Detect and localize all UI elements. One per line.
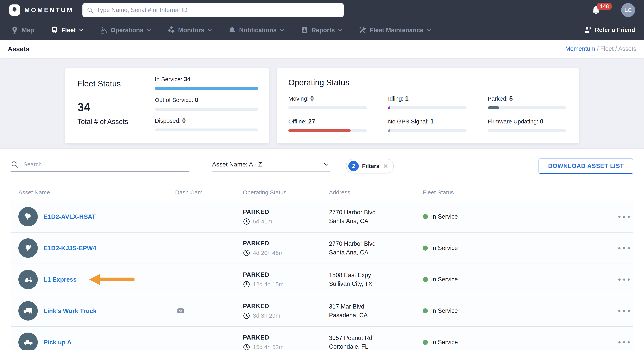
address-line2: Santa Ana, CA (329, 248, 423, 257)
stat-offline: Offline: 27 (288, 118, 367, 132)
operating-status-duration: 15d 4h 52m (243, 343, 329, 350)
status-dot (423, 340, 428, 345)
column-header-address: Address (329, 189, 423, 196)
vehicle-avatar (18, 207, 38, 226)
stat-progress-bar (155, 128, 258, 131)
address-cell: 3957 Peanut RdCottondale, FL (329, 333, 423, 350)
stat-disposed: Disposed: 0 (155, 117, 258, 131)
download-asset-list-button[interactable]: DOWNLOAD ASSET LIST (538, 158, 633, 174)
filters-clear-icon[interactable]: ✕ (383, 163, 388, 169)
nav-item-fleet-maintenance[interactable]: Fleet Maintenance (358, 26, 431, 34)
fleet-status-value: In Service (431, 245, 458, 252)
operating-status-cell: PARKED15d 4h 52m (243, 334, 329, 350)
sort-dropdown[interactable]: Asset Name: A - Z (212, 161, 330, 171)
nav-item-fleet[interactable]: Fleet (50, 26, 84, 34)
global-search[interactable] (82, 3, 344, 17)
stat-label: Parked: 5 (488, 95, 566, 102)
asset-name-link[interactable]: L1 Express (44, 276, 77, 283)
duration-text: 12d 4h 15m (253, 281, 284, 288)
address-line1: 2770 Harbor Blvd (329, 208, 423, 217)
asset-name-link[interactable]: E1D2-KJJS-EPW4 (44, 245, 96, 252)
nav-item-notifications[interactable]: Notifications (228, 26, 284, 34)
nav-item-map[interactable]: Map (11, 26, 34, 34)
search-icon (11, 160, 18, 168)
asset-search[interactable] (11, 160, 189, 172)
stat-label: Moving: 0 (288, 95, 367, 102)
refer-friend-icon: $ (584, 26, 592, 34)
brand-wordmark: MOMENTUM (24, 7, 74, 14)
stat-no-gps-signal: No GPS Signal: 1 (388, 118, 466, 132)
global-search-input[interactable] (97, 7, 340, 14)
asset-name-link[interactable]: Pick up A (44, 339, 72, 346)
chevron-down-icon (324, 163, 328, 166)
duration-text: 5d 41m (253, 218, 272, 225)
nav-item-label: Map (22, 27, 34, 34)
fleet-status-value: In Service (431, 213, 458, 220)
vehicle-avatar-cell (18, 238, 44, 258)
momentum-logo[interactable] (9, 5, 20, 16)
operating-status-card: Operating Status Moving: 0Idling: 1Parke… (277, 68, 579, 143)
user-avatar[interactable]: LC (621, 3, 635, 17)
reports-chart-icon (300, 26, 308, 34)
nav-item-label: Reports (311, 27, 335, 34)
monitors-diamonds-icon (167, 26, 175, 34)
fleet-status-value: In Service (431, 276, 458, 283)
column-header-dash-cam: Dash Cam (175, 189, 243, 196)
row-actions-menu[interactable] (618, 308, 630, 314)
asset-name-cell: E1D2-KJJS-EPW4 (44, 245, 175, 252)
notification-bell-button[interactable]: 148 (591, 5, 601, 16)
row-actions-menu[interactable] (618, 339, 630, 345)
stat-label: Out of Service: 0 (155, 96, 258, 103)
stat-progress-bar (155, 108, 258, 111)
vehicle-avatar-cell (18, 270, 44, 289)
operating-status-value: PARKED (243, 240, 329, 247)
stat-label: Offline: 27 (288, 118, 367, 125)
asset-search-input[interactable] (24, 161, 189, 168)
page-header-bar: Assets Momentum / Fleet / Assets (0, 40, 644, 58)
maintenance-tools-icon (358, 26, 367, 34)
stat-parked: Parked: 5 (488, 95, 566, 109)
fleet-status-stats: In Service: 34Out of Service: 0Disposed:… (155, 68, 258, 143)
nav-item-label: Fleet Maintenance (370, 27, 423, 34)
filters-chip[interactable]: 2 Filters ✕ (346, 159, 394, 173)
breadcrumb-momentum[interactable]: Momentum (565, 45, 595, 52)
momentum-bird-icon (23, 243, 33, 253)
nav-item-label: Operations (111, 27, 144, 34)
row-actions-menu[interactable] (618, 245, 630, 251)
asset-name-cell: Link's Work Truck (44, 307, 175, 314)
asset-name-link[interactable]: Link's Work Truck (44, 307, 96, 314)
vehicle-avatar (18, 332, 38, 350)
address-line1: 317 Mar Blvd (329, 302, 423, 311)
stat-progress-bar (488, 106, 566, 109)
stat-label: Idling: 1 (388, 95, 466, 102)
fleet-status-value: In Service (431, 307, 458, 314)
stat-moving: Moving: 0 (288, 95, 367, 109)
fleet-status-cell: In Service (423, 213, 531, 220)
fleet-status-title: Fleet Status (78, 79, 150, 88)
fleet-status-summary: Fleet Status 34 Total # of Assets (65, 68, 150, 143)
stat-progress-bar (155, 87, 258, 90)
address-line2: Sullivan City, TX (329, 279, 423, 288)
nav-item-monitors[interactable]: Monitors (167, 26, 212, 34)
stat-out-of-service: Out of Service: 0 (155, 96, 258, 111)
status-dot (423, 214, 428, 219)
nav-item-operations[interactable]: Operations (100, 26, 151, 34)
address-cell: 317 Mar BlvdPasadena, CA (329, 302, 423, 319)
chevron-down-icon (338, 29, 342, 31)
search-icon (87, 7, 93, 13)
row-actions-menu[interactable] (618, 214, 630, 220)
asset-table-body: E1D2-AVLX-HSATPARKED5d 41m2770 Harbor Bl… (11, 201, 633, 350)
filters-count-badge: 2 (348, 161, 359, 171)
operating-status-title: Operating Status (288, 78, 579, 87)
status-dot (423, 246, 428, 251)
asset-name-link[interactable]: E1D2-AVLX-HSAT (44, 213, 96, 220)
stat-label: Disposed: 0 (155, 117, 258, 124)
row-actions-menu[interactable] (618, 277, 630, 282)
refer-a-friend-link[interactable]: $ Refer a Friend (584, 26, 635, 34)
stat-idling: Idling: 1 (388, 95, 466, 109)
filters-chip-label: Filters (362, 163, 380, 169)
address-cell: 1508 East ExpySullivan City, TX (329, 271, 423, 288)
svg-text:$: $ (589, 26, 591, 30)
nav-item-reports[interactable]: Reports (300, 26, 342, 34)
fleet-status-cell: In Service (423, 276, 531, 283)
